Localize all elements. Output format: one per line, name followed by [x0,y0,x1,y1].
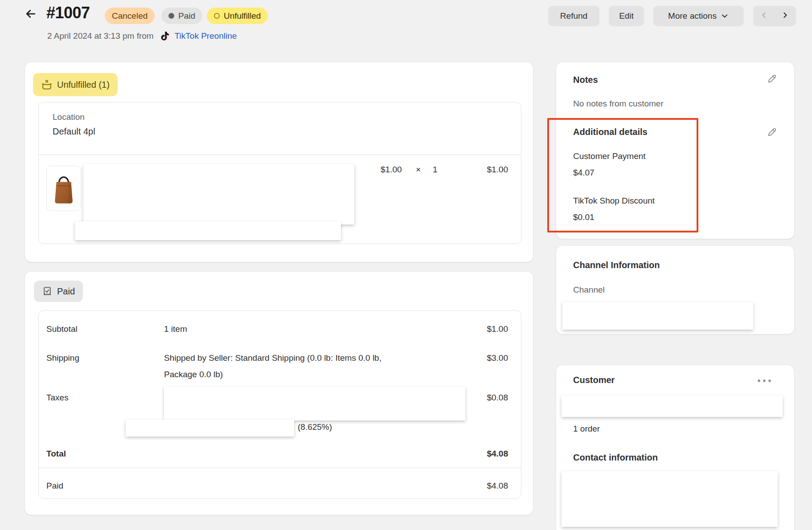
shipping-amount: $3.00 [446,353,508,363]
total-label: Total [46,449,66,459]
pencil-icon [767,127,778,139]
refund-button[interactable]: Refund [548,6,599,26]
redaction-customer-name [562,395,783,417]
customer-title: Customer [573,375,615,385]
paid-dot-icon [168,13,174,19]
status-badge-paid: Paid [161,8,202,24]
channel-link[interactable]: TikTok Preonline [175,31,237,41]
chevron-down-icon [720,12,729,20]
item-quantity: 1 [433,165,438,175]
order-date-text: 2 April 2024 at 3:13 pm from [47,31,154,41]
shipping-label: Shipping [46,353,79,363]
edit-additional-details-button[interactable] [766,126,779,140]
subtotal-amount: $1.00 [446,324,508,334]
back-arrow-icon [24,7,37,22]
order-detail-page: #1007 Canceled Paid Unfulfilled 2 April … [0,0,812,530]
location-label: Location [53,112,85,122]
edit-button[interactable]: Edit [609,6,644,26]
subtotal-detail: 1 item [164,324,187,334]
redaction-tax-rate [126,420,294,436]
receipt-check-icon [42,286,53,297]
taxes-label: Taxes [46,393,69,403]
detail-entry-label: Customer Payment [573,151,646,161]
item-line-total: $1.00 [446,165,508,175]
product-thumbnail[interactable] [46,166,81,211]
tax-rate-suffix: (8.625%) [298,422,332,432]
contact-information-title: Contact information [573,453,658,463]
channel-label: Channel [573,285,605,295]
status-badge-unfulfilled: Unfulfilled [207,8,268,24]
detail-entry-value: $0.01 [573,212,595,222]
detail-entry-label: TikTok Shop Discount [573,196,655,206]
total-paid-divider [39,468,521,468]
unfulfilled-circle-icon [214,13,220,19]
notes-empty-text: No notes from customer [573,99,664,109]
paid-label: Paid [46,481,63,491]
tote-bag-image [51,171,77,206]
location-item-divider [39,155,521,155]
chevron-right-icon [781,11,790,21]
location-value: Default 4pl [53,126,95,137]
detail-entry-value: $4.07 [573,168,595,178]
customer-menu-button[interactable] [758,374,771,387]
item-multiply-sign: × [416,165,421,175]
customer-order-count: 1 order [573,424,600,434]
item-unit-price: $1.00 [381,165,402,175]
redaction-channel-value [562,302,753,330]
shipping-detail-line1: Shipped by Seller: Standard Shipping (0.… [164,353,381,363]
redaction-contact-information [562,471,778,527]
unfulfilled-box-icon [41,79,53,90]
order-date-line: 2 April 2024 at 3:13 pm from TikTok Preo… [47,30,237,42]
edit-notes-button[interactable] [766,73,779,86]
tiktok-icon [159,30,171,42]
pencil-icon [767,73,778,86]
back-button[interactable] [23,7,38,22]
order-pagination [753,6,796,26]
three-dots-icon [757,377,772,385]
chevron-left-icon [759,11,768,21]
redaction-product-title [83,164,354,224]
paid-amount: $4.08 [446,481,508,491]
shipping-detail-line2: Package 0.0 lb) [164,370,223,379]
status-badge-canceled: Canceled [105,8,155,24]
redaction-product-variant [75,221,341,240]
total-amount: $4.08 [446,449,508,459]
next-order-button[interactable] [775,6,796,26]
paid-badge: Paid [34,281,83,302]
subtotal-label: Subtotal [46,324,78,334]
additional-details-title: Additional details [573,127,648,137]
channel-information-title: Channel Information [573,260,660,270]
unfulfilled-count-badge: Unfulfilled (1) [33,73,118,96]
redaction-tax-detail [164,387,465,420]
notes-title: Notes [573,75,598,85]
previous-order-button[interactable] [753,6,775,26]
more-actions-button[interactable]: More actions [653,6,744,26]
page-title: #1007 [46,4,90,22]
